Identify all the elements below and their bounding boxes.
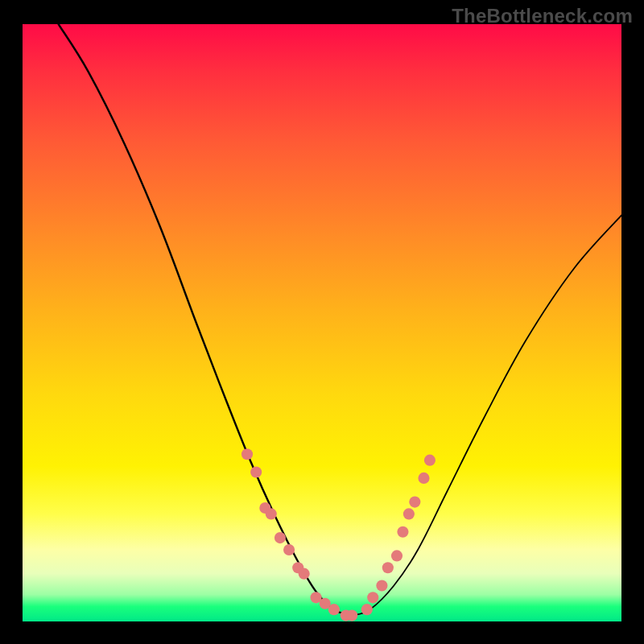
data-marker [418, 473, 429, 484]
data-marker [367, 592, 378, 603]
data-marker [397, 526, 408, 538]
curve-layer [23, 24, 621, 621]
data-marker [299, 568, 310, 580]
plot-area [23, 24, 621, 621]
data-marker [376, 580, 387, 591]
data-marker [409, 497, 420, 508]
data-marker [382, 562, 394, 573]
data-marker [275, 532, 286, 543]
data-marker [391, 550, 402, 561]
data-marker [328, 604, 340, 615]
data-markers [242, 448, 436, 621]
data-marker [424, 455, 436, 466]
data-marker [403, 508, 415, 519]
data-marker [346, 610, 357, 621]
data-marker [361, 604, 373, 615]
watermark-text: TheBottleneck.com [452, 5, 633, 27]
data-marker [242, 448, 253, 460]
bottleneck-curve-left [59, 24, 353, 616]
data-marker [250, 466, 262, 477]
data-marker [266, 508, 277, 519]
data-marker [283, 544, 295, 555]
chart-frame: TheBottleneck.com [0, 0, 644, 644]
